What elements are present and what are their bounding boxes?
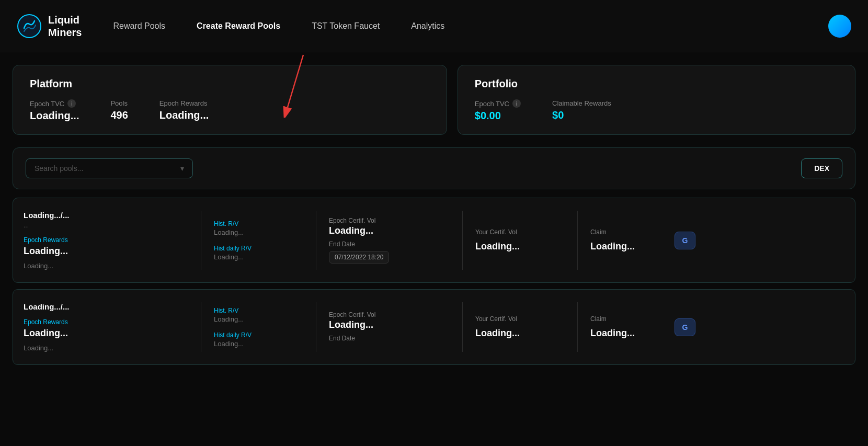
platform-card: Platform Epoch TVC i Loading... Pools 49… — [13, 65, 447, 135]
wallet-button[interactable] — [828, 15, 851, 38]
platform-epoch-tvc-label: Epoch TVC i — [30, 99, 79, 108]
pool-certif-section: Epoch Certif. Vol Loading... End Date — [316, 302, 463, 352]
platform-pools: Pools 496 — [110, 99, 128, 121]
pool-certif-section: Epoch Certif. Vol Loading... End Date 07… — [316, 211, 463, 270]
epoch-certif-vol-value: Loading... — [329, 225, 450, 236]
epoch-certif-vol-value: Loading... — [329, 319, 450, 330]
portfolio-claimable-rewards-label: Claimable Rewards — [552, 99, 611, 107]
pools-container: Loading.../... ... Epoch Rewards Loading… — [13, 198, 855, 365]
portfolio-epoch-tvc-label: Epoch TVC i — [475, 99, 521, 108]
pool-go-section: G — [672, 302, 698, 352]
hist-rv-label: Hist. R/V — [214, 307, 303, 314]
cards-row: Platform Epoch TVC i Loading... Pools 49… — [13, 65, 855, 135]
chevron-down-icon: ▾ — [180, 164, 184, 173]
platform-pools-label: Pools — [110, 99, 128, 107]
nav-links: Reward Pools Create Reward Pools TST Tok… — [113, 21, 444, 31]
epoch-certif-vol-label: Epoch Certif. Vol — [329, 217, 450, 224]
search-pools-box[interactable]: Search pools... ▾ — [26, 158, 193, 178]
pool-your-certif-section: Your Certif. Vol Loading... — [463, 302, 578, 352]
your-certif-vol-label: Your Certif. Vol — [475, 315, 565, 323]
pool-epoch-rewards-value: Loading... — [24, 246, 190, 257]
search-placeholder: Search pools... — [35, 164, 180, 173]
pool-claim-section: Claim Loading... — [578, 211, 672, 270]
go-button[interactable]: G — [675, 318, 696, 336]
platform-epoch-tvc: Epoch TVC i Loading... — [30, 99, 79, 122]
epoch-tvc-info-icon[interactable]: i — [67, 99, 76, 108]
end-date-label: End Date — [329, 335, 450, 342]
logo-area: Liquid Miners — [17, 14, 82, 39]
portfolio-claimable-rewards-value: $0 — [552, 109, 611, 121]
portfolio-stats: Epoch TVC i $0.00 Claimable Rewards $0 — [475, 99, 838, 122]
pool-left-section: Loading.../... ... Epoch Rewards Loading… — [24, 211, 201, 270]
portfolio-claimable-rewards: Claimable Rewards $0 — [552, 99, 611, 121]
nav-analytics[interactable]: Analytics — [411, 21, 444, 31]
pool-mid-section: Hist. R/V Loading... Hist daily R/V Load… — [201, 302, 316, 352]
your-certif-vol-value: Loading... — [475, 328, 565, 339]
svg-point-0 — [18, 15, 41, 38]
nav-tst-token-faucet[interactable]: TST Token Faucet — [312, 21, 380, 31]
hist-daily-rv-label: Hist daily R/V — [214, 245, 303, 252]
hist-daily-rv-label: Hist daily R/V — [214, 331, 303, 339]
portfolio-epoch-tvc-value: $0.00 — [475, 110, 521, 122]
filter-row: Search pools... ▾ DEX — [13, 147, 855, 189]
pool-sub: ... — [24, 222, 190, 229]
main-content: Platform Epoch TVC i Loading... Pools 49… — [0, 52, 868, 378]
nav-create-reward-pools[interactable]: Create Reward Pools — [197, 21, 280, 31]
epoch-certif-vol-label: Epoch Certif. Vol — [329, 311, 450, 318]
claim-label: Claim — [590, 315, 659, 323]
portfolio-card: Portfolio Epoch TVC i $0.00 Claimable Re… — [458, 65, 855, 135]
hist-daily-rv-value: Loading... — [214, 340, 303, 348]
end-date-badge: 07/12/2022 18:20 — [329, 251, 389, 264]
hist-rv-label: Hist. R/V — [214, 220, 303, 227]
pool-name: Loading.../... — [24, 211, 190, 220]
go-button[interactable]: G — [675, 232, 696, 249]
platform-pools-value: 496 — [110, 109, 128, 121]
portfolio-epoch-tvc: Epoch TVC i $0.00 — [475, 99, 521, 122]
pool-mid-section: Hist. R/V Loading... Hist daily R/V Load… — [201, 211, 316, 270]
dex-button[interactable]: DEX — [801, 158, 842, 178]
platform-epoch-rewards-label: Epoch Rewards — [159, 99, 209, 107]
platform-epoch-rewards-value: Loading... — [159, 109, 209, 121]
pool-claim-section: Claim Loading... — [578, 302, 672, 352]
portfolio-title: Portfolio — [475, 78, 838, 90]
pool-loading-sub: Loading... — [24, 344, 190, 352]
claim-value: Loading... — [590, 241, 659, 252]
navbar: Liquid Miners Reward Pools Create Reward… — [0, 0, 868, 52]
your-certif-vol-label: Your Certif. Vol — [475, 228, 565, 236]
platform-stats: Epoch TVC i Loading... Pools 496 Epoch R… — [30, 99, 430, 122]
pool-epoch-rewards-label: Epoch Rewards — [24, 318, 190, 326]
your-certif-vol-value: Loading... — [475, 241, 565, 252]
table-row: Loading.../... Epoch Rewards Loading... … — [13, 289, 855, 365]
pool-epoch-rewards-label: Epoch Rewards — [24, 236, 190, 244]
pool-loading-sub: Loading... — [24, 262, 190, 270]
hist-rv-value: Loading... — [214, 228, 303, 236]
pool-left-section: Loading.../... Epoch Rewards Loading... … — [24, 302, 201, 352]
pool-name: Loading.../... — [24, 302, 190, 311]
pool-epoch-rewards-value: Loading... — [24, 328, 190, 339]
claim-value: Loading... — [590, 328, 659, 339]
hist-daily-rv-value: Loading... — [214, 253, 303, 261]
pool-your-certif-section: Your Certif. Vol Loading... — [463, 211, 578, 270]
platform-epoch-rewards: Epoch Rewards Loading... — [159, 99, 209, 121]
table-row: Loading.../... ... Epoch Rewards Loading… — [13, 198, 855, 283]
portfolio-epoch-tvc-info-icon[interactable]: i — [512, 99, 521, 108]
platform-epoch-tvc-value: Loading... — [30, 110, 79, 122]
claim-label: Claim — [590, 228, 659, 236]
hist-rv-value: Loading... — [214, 315, 303, 323]
pool-go-section: G — [672, 211, 698, 270]
logo-icon — [17, 14, 42, 39]
app-name: Liquid Miners — [48, 14, 82, 39]
platform-title: Platform — [30, 78, 430, 90]
nav-reward-pools[interactable]: Reward Pools — [113, 21, 165, 31]
end-date-label: End Date — [329, 241, 450, 248]
